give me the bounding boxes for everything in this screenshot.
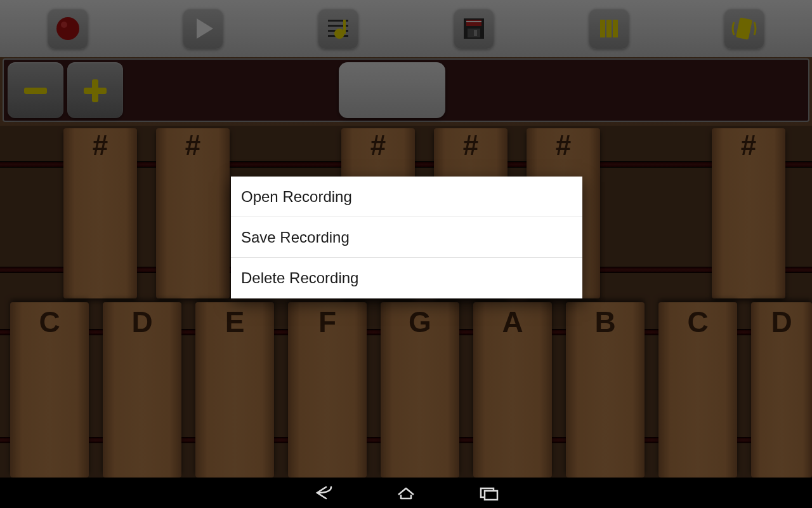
- save-recording-item[interactable]: Save Recording: [231, 217, 582, 258]
- open-recording-item[interactable]: Open Recording: [231, 177, 582, 217]
- dialog-item-label: Delete Recording: [241, 269, 358, 287]
- svg-rect-22: [485, 491, 497, 500]
- android-navbar: [0, 478, 812, 508]
- home-button[interactable]: [393, 483, 419, 502]
- back-button[interactable]: [311, 483, 336, 502]
- recents-button[interactable]: [476, 483, 501, 502]
- dialog-item-label: Save Recording: [241, 229, 350, 246]
- dialog-item-label: Open Recording: [241, 188, 352, 206]
- delete-recording-item[interactable]: Delete Recording: [231, 258, 582, 298]
- recording-menu-dialog: Open Recording Save Recording Delete Rec…: [231, 177, 582, 298]
